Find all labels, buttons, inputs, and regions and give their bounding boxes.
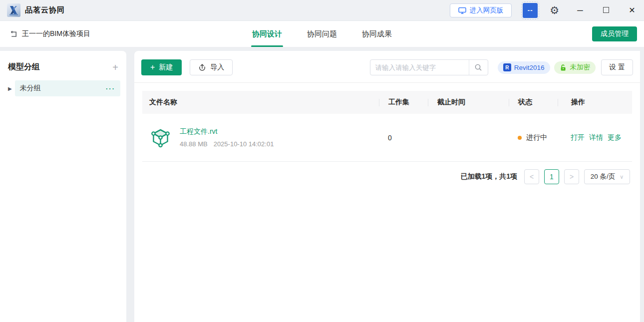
member-management-button[interactable]: 成员管理 [592,26,637,41]
prev-page-button[interactable]: < [524,169,539,184]
upload-icon [198,63,206,71]
tab-collab-design[interactable]: 协同设计 [252,21,282,47]
col-header-workset: 工作集 [379,99,428,106]
pagination: 已加载1项，共1项 < 1 > 20 条/页 ∨ [142,169,632,184]
tab-collab-issues[interactable]: 协同问题 [307,21,337,47]
table-row[interactable]: 工程文件.rvt 48.88 MB 2025-10-10 14:02:01 0 … [142,114,632,162]
window-close-button[interactable]: ✕ [627,5,637,15]
revit-icon: R [503,63,511,71]
col-header-actions: 操作 [558,99,632,106]
new-file-button[interactable]: + 新建 [141,59,182,75]
status-cell: 进行中 [509,133,558,142]
col-header-deadline: 截止时间 [428,99,509,106]
plus-icon: + [150,63,155,72]
app-title: 品茗云协同 [25,5,65,15]
group-label: 未分组 [20,84,41,93]
chevron-down-icon: ∨ [620,174,624,180]
window-maximize-button[interactable] [601,6,611,15]
enter-web-version-button[interactable]: 进入网页版 [450,3,512,17]
pagination-summary: 已加载1项，共1项 [460,172,517,181]
window-minimize-button[interactable]: ─ [575,6,585,15]
list-settings-button[interactable]: 设 置 [601,59,633,75]
workset-count: 0 [379,134,428,142]
search-button[interactable] [469,60,488,75]
model-group-sidebar: 模型分组 + ▶ 未分组 ··· [0,51,126,322]
import-button[interactable]: 导入 [190,59,233,75]
group-more-icon[interactable]: ··· [106,85,115,92]
unlocked-padlock-icon [560,64,567,71]
expand-arrow-icon[interactable]: ▶ [8,86,12,91]
main-panel: + 新建 导入 [134,51,640,322]
revit-version-badge[interactable]: R Revit2016 [498,61,550,74]
toolbar-divider [134,82,640,83]
maximize-icon [603,7,609,13]
settings-gear-icon[interactable]: ⚙ [550,5,559,15]
page-1-button[interactable]: 1 [544,169,559,184]
model-cube-icon [149,126,172,149]
tab-collab-results[interactable]: 协同成果 [362,21,392,47]
file-toolbar: + 新建 导入 [141,51,633,82]
more-action-link[interactable]: 更多 [608,133,622,142]
details-action-link[interactable]: 详情 [589,133,603,142]
col-header-status: 状态 [509,99,558,106]
add-group-button[interactable]: + [112,62,118,72]
sidebar-title: 模型分组 [8,62,40,72]
project-bar: 王一一的BIM体验项目 协同设计 协同问题 协同成果 成员管理 [0,21,644,47]
file-meta: 48.88 MB 2025-10-10 14:02:01 [180,140,274,148]
open-action-link[interactable]: 打开 [571,133,585,142]
sidebar-item-ungrouped[interactable]: 未分组 ··· [15,80,120,96]
status-dot-icon [518,136,522,140]
row-actions: 打开 详情 更多 [558,133,632,142]
page-body: 模型分组 + ▶ 未分组 ··· + 新建 [0,47,644,322]
file-table: 文件名称 工作集 截止时间 状态 操作 [142,91,632,184]
status-badge: 进行中 [526,133,547,142]
app-logo-icon [7,3,20,17]
project-breadcrumb[interactable]: 王一一的BIM体验项目 [10,29,90,38]
page-size-select[interactable]: 20 条/页 ∨ [584,169,630,184]
next-page-button[interactable]: > [564,169,579,184]
encryption-status-badge[interactable]: 未加密 [554,61,596,74]
col-header-filename: 文件名称 [142,98,379,107]
group-tree-row: ▶ 未分组 ··· [8,80,120,96]
file-size: 48.88 MB [180,140,208,148]
search-input[interactable] [370,64,469,71]
monitor-icon [458,7,466,14]
table-header: 文件名称 工作集 截止时间 状态 操作 [142,91,632,114]
title-bar: 品茗云协同 进入网页版 -- ⚙ ─ ✕ [0,0,644,21]
user-avatar[interactable]: -- [523,3,538,18]
tab-bar: 协同设计 协同问题 协同成果 [252,21,392,47]
file-name-link[interactable]: 工程文件.rvt [180,127,274,136]
file-timestamp: 2025-10-10 14:02:01 [214,140,274,148]
search-icon [474,63,482,71]
project-name: 王一一的BIM体验项目 [22,29,90,38]
back-icon[interactable] [10,30,17,38]
search-box [370,59,488,75]
